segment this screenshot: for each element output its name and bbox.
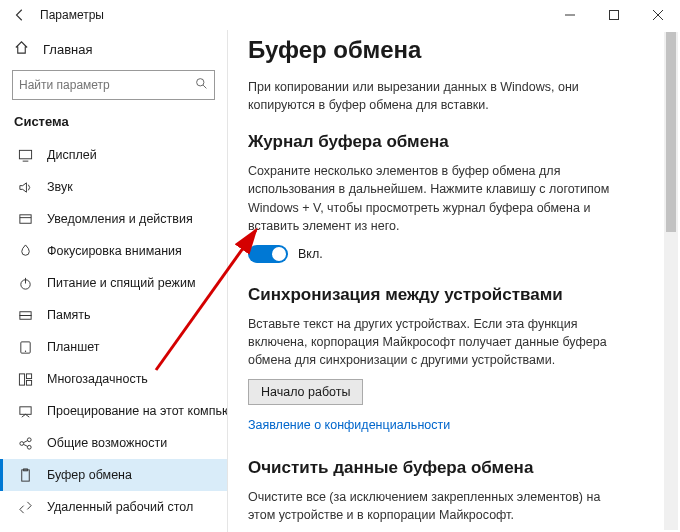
svg-rect-17: [26, 373, 31, 378]
sound-icon: [17, 179, 33, 195]
sidebar-item-clipboard[interactable]: Буфер обмена: [0, 459, 227, 491]
sync-heading: Синхронизация между устройствами: [248, 285, 652, 305]
privacy-link[interactable]: Заявление о конфиденциальности: [248, 418, 450, 432]
content-scrollbar[interactable]: [664, 32, 678, 530]
svg-rect-19: [19, 406, 30, 414]
close-button[interactable]: [636, 0, 680, 30]
svg-rect-25: [21, 469, 29, 480]
home-icon: [14, 40, 29, 58]
back-button[interactable]: [8, 3, 32, 27]
history-desc: Сохраните несколько элементов в буфер об…: [248, 162, 628, 235]
sidebar-item-label: Многозадачность: [47, 372, 148, 386]
remote-icon: [17, 499, 33, 515]
sidebar-item-sound[interactable]: Звук: [0, 171, 227, 203]
page-intro: При копировании или вырезании данных в W…: [248, 78, 628, 114]
sidebar-item-shared[interactable]: Общие возможности: [0, 427, 227, 459]
sync-start-button[interactable]: Начало работы: [248, 379, 363, 405]
multitasking-icon: [17, 371, 33, 387]
power-icon: [17, 275, 33, 291]
sidebar-item-label: Буфер обмена: [47, 468, 132, 482]
sidebar-item-label: Уведомления и действия: [47, 212, 193, 226]
svg-point-4: [197, 79, 204, 86]
sidebar-item-tablet[interactable]: Планшет: [0, 331, 227, 363]
sidebar-item-label: Удаленный рабочий стол: [47, 500, 193, 514]
notifications-icon: [17, 211, 33, 227]
sidebar-item-label: Дисплей: [47, 148, 97, 162]
svg-rect-13: [19, 315, 30, 319]
clear-desc: Очистите все (за исключением закрепленны…: [248, 488, 628, 524]
history-toggle[interactable]: [248, 245, 288, 263]
svg-point-15: [24, 350, 25, 351]
sidebar-item-display[interactable]: Дисплей: [0, 139, 227, 171]
sidebar-item-label: Проецирование на этот компьютер: [47, 404, 227, 418]
tablet-icon: [17, 339, 33, 355]
sidebar-item-label: Общие возможности: [47, 436, 167, 450]
scroll-thumb[interactable]: [666, 32, 676, 232]
projecting-icon: [17, 403, 33, 419]
minimize-button[interactable]: [548, 0, 592, 30]
sidebar-item-storage[interactable]: Память: [0, 299, 227, 331]
storage-icon: [17, 307, 33, 323]
svg-rect-12: [19, 311, 30, 315]
svg-rect-8: [19, 214, 30, 222]
search-box[interactable]: [12, 70, 215, 100]
sidebar-item-projecting[interactable]: Проецирование на этот компьютер: [0, 395, 227, 427]
svg-line-23: [23, 440, 27, 442]
clear-heading: Очистить данные буфера обмена: [248, 458, 652, 478]
window-title: Параметры: [40, 8, 548, 22]
clipboard-icon: [17, 467, 33, 483]
svg-rect-16: [19, 373, 24, 384]
sidebar: Главная Система Дисплей Звук: [0, 30, 228, 532]
search-input[interactable]: [19, 78, 195, 92]
search-icon: [195, 77, 208, 93]
sidebar-item-remote-desktop[interactable]: Удаленный рабочий стол: [0, 491, 227, 523]
sidebar-item-notifications[interactable]: Уведомления и действия: [0, 203, 227, 235]
svg-rect-18: [26, 380, 31, 385]
maximize-button[interactable]: [592, 0, 636, 30]
page-title: Буфер обмена: [248, 36, 652, 64]
focus-icon: [17, 243, 33, 259]
content-pane: Буфер обмена При копировании или вырезан…: [228, 30, 680, 532]
svg-line-5: [203, 85, 206, 88]
sidebar-item-label: Звук: [47, 180, 73, 194]
nav-list: Дисплей Звук Уведомления и действия Фоку…: [0, 139, 227, 532]
svg-rect-6: [19, 150, 31, 158]
svg-point-20: [19, 441, 23, 445]
sidebar-item-label: Память: [47, 308, 91, 322]
titlebar: Параметры: [0, 0, 680, 30]
history-heading: Журнал буфера обмена: [248, 132, 652, 152]
home-link[interactable]: Главная: [0, 34, 227, 64]
sidebar-item-power[interactable]: Питание и спящий режим: [0, 267, 227, 299]
category-label: Система: [0, 110, 227, 139]
svg-rect-1: [610, 11, 619, 20]
display-icon: [17, 147, 33, 163]
shared-icon: [17, 435, 33, 451]
sync-desc: Вставьте текст на других устройствах. Ес…: [248, 315, 628, 369]
sidebar-item-focus-assist[interactable]: Фокусировка внимания: [0, 235, 227, 267]
svg-point-22: [27, 445, 31, 449]
home-label: Главная: [43, 42, 92, 57]
history-toggle-state: Вкл.: [298, 247, 323, 261]
sidebar-item-label: Питание и спящий режим: [47, 276, 195, 290]
sidebar-item-multitasking[interactable]: Многозадачность: [0, 363, 227, 395]
svg-point-21: [27, 437, 31, 441]
svg-line-24: [23, 444, 27, 446]
sidebar-item-label: Фокусировка внимания: [47, 244, 182, 258]
sidebar-item-label: Планшет: [47, 340, 99, 354]
